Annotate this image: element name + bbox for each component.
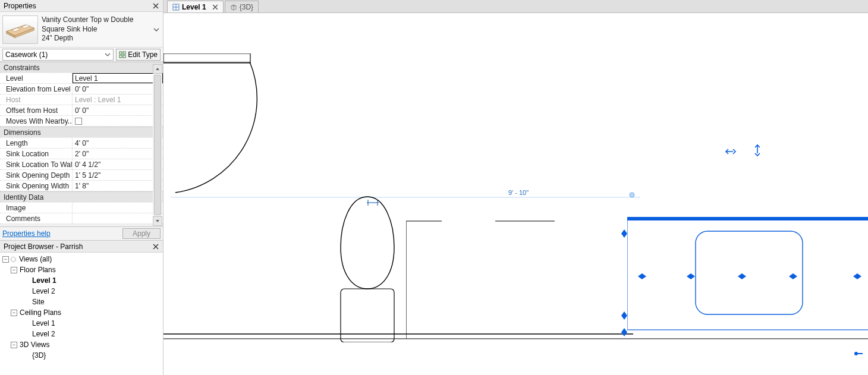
svg-rect-28 [696,231,803,314]
tab-3d[interactable]: {3D} [225,1,259,12]
svg-point-9 [11,257,16,261]
temporary-dimension-label[interactable]: 9' - 10" [508,189,529,196]
family-type-dropdown-chevron[interactable] [152,27,161,33]
project-browser-title: Project Browser - Parrish [4,242,83,251]
expand-icon[interactable]: − [2,256,9,263]
properties-footer: Properties help Apply [0,227,163,240]
tree-3d-views[interactable]: − 3D Views [0,339,163,350]
group-header-constraints[interactable]: Constraints [0,62,163,73]
tab-3d-label: {3D} [240,3,253,11]
left-sidebar: Properties Vanity Counter Top w Double S… [0,0,163,375]
expand-icon[interactable]: − [11,342,17,348]
family-type-selector[interactable]: Vanity Counter Top w Double Square Sink … [0,12,163,48]
edit-type-button[interactable]: Edit Type [116,49,161,61]
prop-row-sink-width[interactable]: Sink Opening Width 1' 8" [0,181,163,191]
drag-endpoint-icon[interactable] [852,348,863,361]
tree-ceiling-plans[interactable]: − Ceiling Plans [0,307,163,318]
flip-horizontal-icon[interactable] [725,147,737,157]
tree-views-root[interactable]: − Views (all) [0,254,163,264]
tab-level-1-label: Level 1 [182,3,206,11]
scroll-up-arrow[interactable] [153,64,162,74]
tab-level-1-close[interactable] [212,4,218,10]
svg-rect-5 [119,52,122,54]
shape-handle-mid-1[interactable] [637,271,647,283]
shape-handle-mid-5[interactable] [852,271,863,283]
prop-row-host: Host Level : Level 1 [0,94,163,105]
project-browser-panel: Project Browser - Parrish − Views (all) … [0,240,163,375]
scroll-down-arrow[interactable] [153,216,162,226]
properties-panel-header: Properties [0,0,163,12]
view-area: Level 1 {3D} [163,0,868,375]
svg-rect-6 [123,52,125,54]
edit-type-icon [119,51,126,58]
svg-rect-7 [119,55,122,58]
family-name-line-2: Square Sink Hole [42,25,149,34]
prop-row-moves[interactable]: Moves With Nearby... [0,116,163,127]
svg-point-15 [630,193,634,197]
shape-handle-bottom-left[interactable] [619,310,630,323]
shape-handle-mid-3[interactable] [737,271,747,283]
prop-row-comments[interactable]: Comments [0,213,163,224]
flip-vertical-icon[interactable] [753,144,762,159]
family-type-description: Vanity Counter Top w Double Square Sink … [42,15,149,43]
properties-grid: Constraints Level Level 1 Elevation from… [0,62,163,240]
group-header-identity[interactable]: Identity Data [0,191,163,202]
category-row: Casework (1) Edit Type [0,48,163,62]
tree-3d-view-item[interactable]: {3D} [0,350,163,361]
prop-row-sink-depth[interactable]: Sink Opening Depth 1' 5 1/2" [0,170,163,181]
group-header-dimensions[interactable]: Dimensions [0,127,163,137]
family-name-line-3: 24" Depth [42,34,149,43]
properties-scrollbar[interactable] [153,64,162,226]
shape-handle-mid-2[interactable] [685,271,696,283]
witness-endpoint-icon[interactable] [628,191,636,198]
svg-rect-8 [123,55,125,58]
properties-help-link[interactable]: Properties help [2,229,51,238]
drawing-canvas[interactable]: 9' - 10" [163,13,868,375]
shape-handle-bottom-left-2[interactable] [619,327,630,339]
apply-button[interactable]: Apply [122,228,161,239]
family-thumbnail [2,15,38,44]
prop-row-sink-location[interactable]: Sink Location 2' 0" [0,149,163,159]
expand-icon[interactable]: − [11,267,17,273]
svg-point-29 [854,352,858,355]
tree-level-2[interactable]: Level 2 [0,286,163,297]
prop-value-level[interactable]: Level 1 [73,73,163,83]
shape-handle-mid-4[interactable] [788,271,798,283]
properties-title: Properties [4,2,36,10]
edit-type-label: Edit Type [128,51,158,59]
scroll-thumb[interactable] [154,75,161,215]
expand-icon[interactable]: − [11,310,17,316]
project-browser-header: Project Browser - Parrish [0,241,163,253]
project-browser-close-button[interactable] [152,243,159,250]
cube-icon [230,4,237,11]
category-filter-label: Casework (1) [5,51,48,59]
project-browser-tree: − Views (all) − Floor Plans Level 1 Leve… [0,253,163,375]
prop-row-level[interactable]: Level Level 1 [0,73,163,84]
properties-close-button[interactable] [152,2,159,10]
prop-row-elevation[interactable]: Elevation from Level 0' 0" [0,84,163,94]
tree-ceiling-level-2[interactable]: Level 2 [0,329,163,339]
shape-handle-top-left[interactable] [619,228,630,241]
views-icon [10,256,17,263]
view-tab-bar: Level 1 {3D} [163,0,868,13]
prop-row-image[interactable]: Image [0,203,163,213]
tree-floor-plans[interactable]: − Floor Plans [0,264,163,275]
svg-rect-27 [627,217,868,330]
tree-level-1[interactable]: Level 1 [0,275,163,286]
tab-level-1[interactable]: Level 1 [167,1,224,12]
prop-row-length[interactable]: Length 4' 0" [0,138,163,149]
prop-row-offset[interactable]: Offset from Host 0' 0" [0,105,163,116]
tree-ceiling-level-1[interactable]: Level 1 [0,318,163,329]
tree-site[interactable]: Site [0,297,163,307]
category-filter-select[interactable]: Casework (1) [2,49,114,61]
moves-checkbox[interactable] [75,118,82,125]
selected-countertop[interactable] [627,217,868,335]
floor-plan-icon [172,4,180,11]
prop-row-sink-location-wall[interactable]: Sink Location To Wall 0' 4 1/2" [0,159,163,170]
family-name-line-1: Vanity Counter Top w Double [42,15,149,25]
